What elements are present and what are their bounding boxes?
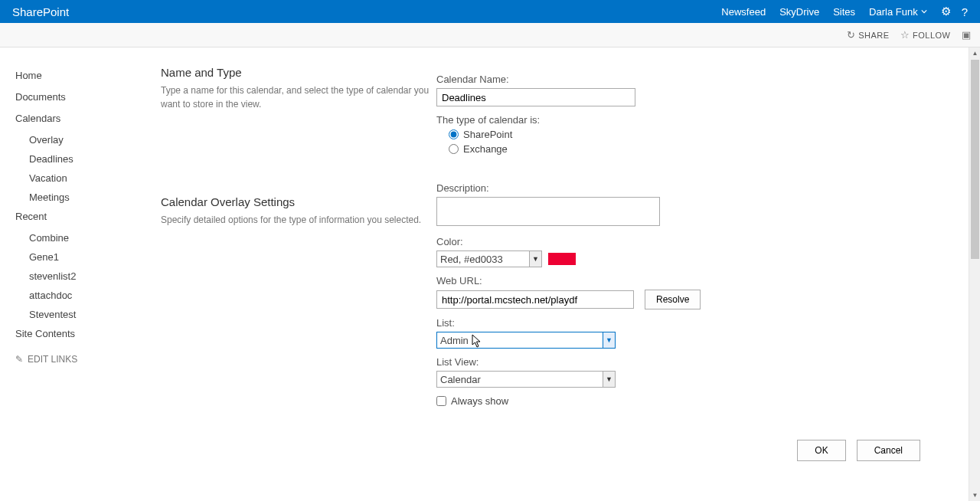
radio-sharepoint-input[interactable] <box>449 129 459 139</box>
edit-links-label: EDIT LINKS <box>28 354 77 365</box>
ribbon-bar: ↻ SHARE ☆ FOLLOW ▣ <box>0 23 980 47</box>
radio-sharepoint-label: SharePoint <box>463 129 512 140</box>
description-label: Description: <box>436 182 949 194</box>
page-body: Home Documents Calendars Overlay Deadlin… <box>0 47 980 407</box>
scroll-up-icon[interactable]: ▲ <box>969 47 980 59</box>
radio-sharepoint[interactable]: SharePoint <box>449 129 949 140</box>
listview-select-value: Calendar <box>440 374 481 385</box>
user-menu[interactable]: Darla Funk <box>869 6 927 18</box>
radio-exchange[interactable]: Exchange <box>449 143 949 155</box>
color-select[interactable]: Red, #ed0033 ▼ <box>436 250 542 267</box>
weburl-input[interactable] <box>436 290 634 309</box>
color-label: Color: <box>436 236 949 247</box>
section-overlay-desc: Specify detailed options for the type of… <box>161 213 436 227</box>
listview-label: List View: <box>436 356 949 368</box>
quick-launch: Home Documents Calendars Overlay Deadlin… <box>15 66 161 407</box>
list-select[interactable]: Admin ▼ <box>436 332 616 349</box>
follow-button[interactable]: ☆ FOLLOW <box>900 29 951 41</box>
ok-button[interactable]: OK <box>797 440 845 461</box>
share-button[interactable]: ↻ SHARE <box>847 29 890 41</box>
ql-documents[interactable]: Documents <box>15 87 153 106</box>
chevron-down-icon: ▼ <box>603 372 615 387</box>
ql-cal-deadlines[interactable]: Deadlines <box>15 149 153 169</box>
ql-calendars[interactable]: Calendars <box>15 109 153 128</box>
suite-right: Newsfeed SkyDrive Sites Darla Funk ⚙ ? <box>721 5 968 18</box>
scroll-thumb[interactable] <box>971 60 979 259</box>
calendar-name-input[interactable] <box>436 88 635 106</box>
radio-exchange-input[interactable] <box>449 144 459 154</box>
nav-sites[interactable]: Sites <box>833 6 855 18</box>
weburl-label: Web URL: <box>436 275 949 287</box>
main-content: Name and Type Type a name for this calen… <box>161 66 980 407</box>
share-icon: ↻ <box>847 29 856 41</box>
section-overlay-title: Calendar Overlay Settings <box>161 195 436 208</box>
follow-label: FOLLOW <box>913 31 950 40</box>
resolve-button[interactable]: Resolve <box>645 290 701 309</box>
vertical-scrollbar[interactable]: ▲ ▼ <box>969 47 980 501</box>
focus-button[interactable]: ▣ <box>962 29 972 41</box>
pencil-icon: ✎ <box>15 354 23 365</box>
ql-cal-overlay[interactable]: Overlay <box>15 130 153 149</box>
color-swatch <box>548 253 576 265</box>
cancel-button[interactable]: Cancel <box>857 440 920 461</box>
chevron-down-icon: ▼ <box>529 251 541 267</box>
share-label: SHARE <box>858 31 889 40</box>
ql-home[interactable]: Home <box>15 66 153 85</box>
dialog-buttons: OK Cancel <box>797 440 920 461</box>
edit-links-button[interactable]: ✎ EDIT LINKS <box>15 354 153 365</box>
ql-site-contents[interactable]: Site Contents <box>15 324 153 343</box>
gear-icon[interactable]: ⚙ <box>941 5 951 18</box>
ql-cal-vacation[interactable]: Vacation <box>15 169 153 188</box>
chevron-down-icon: ▼ <box>603 332 615 348</box>
form-fields: Calendar Name: The type of calendar is: … <box>436 66 949 407</box>
always-show-label: Always show <box>451 395 508 407</box>
ql-cal-meetings[interactable]: Meetings <box>15 188 153 207</box>
list-select-value: Admin <box>440 335 469 346</box>
nav-skydrive[interactable]: SkyDrive <box>779 6 819 18</box>
help-icon[interactable]: ? <box>962 5 968 18</box>
calendar-name-label: Calendar Name: <box>436 74 949 85</box>
scroll-down-icon[interactable]: ▼ <box>969 490 980 501</box>
always-show-input[interactable] <box>436 396 446 406</box>
radio-exchange-label: Exchange <box>463 143 508 155</box>
star-icon: ☆ <box>900 29 910 41</box>
ql-recent[interactable]: Recent <box>15 207 153 226</box>
ql-recent-attachdoc[interactable]: attachdoc <box>15 286 153 305</box>
ql-recent-gene1[interactable]: Gene1 <box>15 247 153 267</box>
list-label: List: <box>436 317 949 329</box>
ql-recent-stevenlist2[interactable]: stevenlist2 <box>15 267 153 286</box>
section-name-type-title: Name and Type <box>161 66 436 79</box>
listview-select[interactable]: Calendar ▼ <box>436 371 616 388</box>
description-input[interactable] <box>436 197 660 226</box>
section-name-type-desc: Type a name for this calendar, and selec… <box>161 84 436 111</box>
focus-icon: ▣ <box>962 29 972 41</box>
always-show-checkbox[interactable]: Always show <box>436 395 949 407</box>
nav-newsfeed[interactable]: Newsfeed <box>721 6 766 18</box>
brand-label: SharePoint <box>12 5 69 18</box>
ql-recent-combine[interactable]: Combine <box>15 228 153 247</box>
user-name: Darla Funk <box>869 6 918 18</box>
color-select-value: Red, #ed0033 <box>440 254 503 265</box>
suite-bar: SharePoint Newsfeed SkyDrive Sites Darla… <box>0 0 980 23</box>
section-descriptions: Name and Type Type a name for this calen… <box>161 66 436 407</box>
ql-recent-steventest[interactable]: Steventest <box>15 305 153 324</box>
chevron-down-icon <box>921 8 927 15</box>
calendar-type-label: The type of calendar is: <box>436 114 949 126</box>
